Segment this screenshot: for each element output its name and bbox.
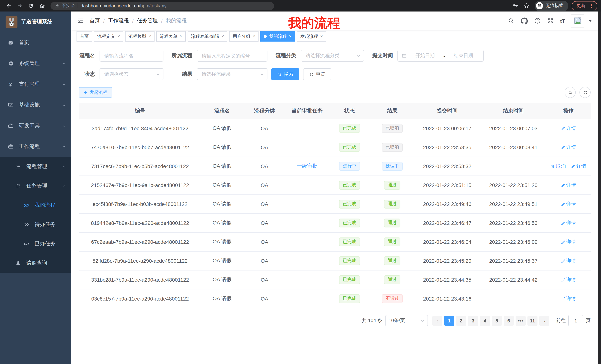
submit-time: 2022-01-22 23:46:47 [414,213,481,232]
chevron-down-icon [156,72,160,76]
process-name-input[interactable] [100,50,163,62]
table-header-row: 编号流程名流程分类当前审批任务状态结果提交时间结束时间操作 [79,103,591,119]
detail-action[interactable]: 详情 [561,295,576,302]
tab-my-processes[interactable]: 我的流程× [260,31,295,42]
next-page-button[interactable]: › [539,316,549,326]
detail-action[interactable]: 详情 [561,258,576,264]
sidebar-item-devtools[interactable]: 研发工具 [0,115,71,136]
close-icon[interactable]: × [289,34,291,39]
browser-update-button[interactable]: 更新 ⋮ [572,1,597,10]
submit-time: 2022-01-22 23:53:35 [414,138,481,157]
sidebar-item-infra[interactable]: 基础设施 [0,95,71,115]
detail-action[interactable]: 详情 [561,201,576,207]
detail-action[interactable]: 详情 [561,277,576,283]
tab-process-form-edit[interactable]: 流程表单-编辑× [188,31,227,42]
sidebar-item-payment[interactable]: ¥ 支付管理 [0,74,71,95]
actions-cell: 详情 [546,195,591,213]
avatar[interactable] [571,14,584,28]
bookmark-star-icon[interactable] [521,1,531,10]
pager-ellipsis[interactable]: ••• [516,316,526,326]
result-select[interactable]: 请选择流结果 [197,68,267,80]
sidebar-item-task-mgmt[interactable]: 任务管理 [0,176,71,196]
close-icon[interactable]: × [149,34,151,39]
tab-process-form[interactable]: 流程表单× [156,31,186,42]
pager-page-11[interactable]: 11 [527,316,538,326]
fullscreen-icon[interactable] [547,18,554,24]
window-scrollbar[interactable] [598,11,601,364]
browser-menu-icon[interactable]: ⋮ [589,3,594,9]
sidebar-item-todo-tasks[interactable]: 待办任务 [0,215,71,234]
cancel-action[interactable]: 取消 [551,163,566,170]
sidebar-item-leave-query[interactable]: 请假查询 [0,253,71,273]
home-icon[interactable] [37,1,47,10]
sidebar-toggle-icon[interactable] [77,18,84,24]
pager-page-3[interactable]: 3 [468,316,478,326]
breadcrumb-current: 我的流程 [166,18,187,24]
pager-page-4[interactable]: 4 [480,316,490,326]
start-process-button[interactable]: 发起流程 [79,87,112,98]
pager-page-1[interactable]: 1 [444,316,454,326]
submit-time-range-picker[interactable]: 开始日期 - 结束日期 [397,50,484,62]
close-icon[interactable]: × [180,34,182,39]
filter-label-name: 流程名 [79,52,95,59]
pager-page-5[interactable]: 5 [492,316,502,326]
chevron-down-icon[interactable] [588,20,592,22]
search-icon[interactable] [508,18,514,24]
status-badge: 已完成 [339,181,360,189]
result-badge: 处理中 [382,162,403,171]
goto-page-input[interactable] [568,315,583,326]
close-icon[interactable]: × [253,34,255,39]
sidebar-item-workflow[interactable]: 工作流程 [0,136,71,157]
reset-button[interactable]: 重置 [303,68,331,80]
tab-user-group[interactable]: 用户分组× [229,31,259,42]
github-icon[interactable] [521,17,528,24]
search-button[interactable]: 搜索 [271,68,299,80]
pager-page-6[interactable]: 6 [504,316,514,326]
pager-page-2[interactable]: 2 [456,316,466,326]
breadcrumb-item[interactable]: 任务管理 [137,18,158,24]
help-icon[interactable] [534,18,541,24]
actions-cell: 详情 [546,289,591,308]
status-select[interactable]: 请选择状态 [100,68,163,80]
prev-page-button[interactable]: ‹ [432,316,442,326]
detail-action[interactable]: 详情 [561,220,576,226]
app-logo[interactable]: 🐰 芋道管理系统 [0,11,71,32]
tab-process-model[interactable]: 流程模型× [125,31,155,42]
close-icon[interactable]: × [117,34,120,39]
sidebar-item-my-processes[interactable]: 我的流程 [0,196,71,215]
close-icon[interactable]: × [320,34,323,39]
table-row: 7470a810-7b9b-11ec-b5b7-acde48001122OA 请… [79,138,591,157]
close-icon[interactable]: × [221,34,224,39]
sidebar-item-process-mgmt[interactable]: 流程管理 [0,157,71,176]
detail-action[interactable]: 详情 [561,125,576,132]
back-icon[interactable] [4,1,13,10]
breadcrumb-item[interactable]: 工作流程 [108,18,129,24]
category-select[interactable]: 请选择流程分类 [301,50,364,62]
tab-home[interactable]: 首页 [77,31,92,42]
page-size-select[interactable]: 10条/页 [385,315,428,326]
detail-action[interactable]: 详情 [561,144,576,151]
gear-icon [7,60,14,67]
sidebar-item-system[interactable]: 系统管理 [0,53,71,74]
process-name: OA 请假 [201,157,243,176]
current-task-link[interactable]: 一级审批 [297,163,318,169]
password-key-icon[interactable] [510,1,520,10]
detail-action[interactable]: 详情 [571,163,586,170]
tab-process-definition[interactable]: 流程定义× [94,31,123,42]
refresh-icon-button[interactable] [580,87,591,98]
detail-action[interactable]: 详情 [561,182,576,189]
address-bar[interactable]: 不安全 dashboard.yudao.iocoder.cn/bpm/task/… [50,2,274,10]
tab-start-process[interactable]: 发起流程× [297,31,326,42]
sidebar-item-done-tasks[interactable]: 已办任务 [0,234,71,253]
process-definition-input[interactable] [197,50,267,62]
breadcrumb-item[interactable]: 首页 [90,18,100,24]
reload-icon[interactable] [26,1,36,10]
actions-cell: 详情 [546,232,591,251]
forward-icon[interactable] [15,1,25,10]
show-search-icon-button[interactable] [565,87,576,98]
security-warning-icon[interactable]: 不安全 [55,3,75,9]
text-size-icon[interactable]: tT [560,18,565,24]
sidebar-item-home[interactable]: 首页 [0,32,71,53]
detail-action[interactable]: 详情 [561,239,576,245]
end-time: 2022-01-23 00:08:41 [481,138,546,157]
